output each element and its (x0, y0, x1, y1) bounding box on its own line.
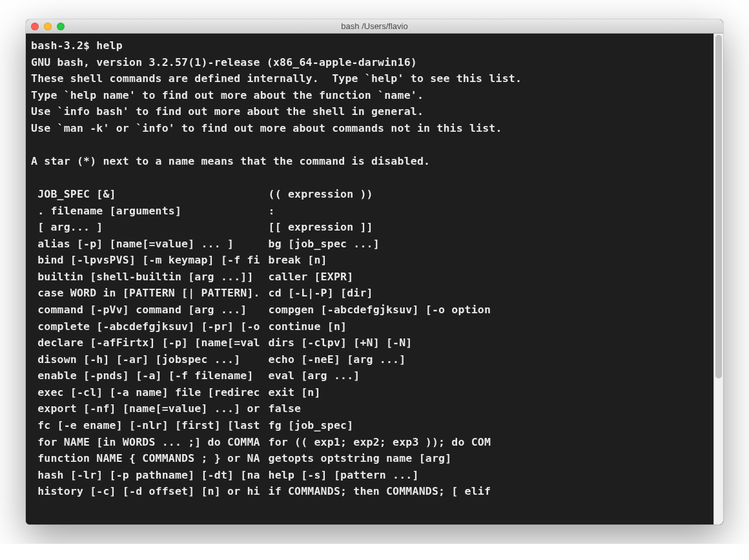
help-left-col: disown [-h] [-ar] [jobspec ...] (31, 351, 269, 368)
help-left-col: export [-nf] [name[=value] ...] or (31, 400, 269, 417)
help-right-col: fg [job_spec] (269, 417, 354, 434)
help-left-col: case WORD in [PATTERN [| PATTERN]. (31, 285, 269, 302)
help-left-col: function NAME { COMMANDS ; } or NA (31, 450, 269, 467)
help-row: . filename [arguments]: (31, 203, 718, 220)
help-right-col: : (269, 203, 275, 220)
help-right-col: exit [n] (269, 384, 321, 401)
help-row: exec [-cl] [-a name] file [redirecexit [… (31, 384, 718, 401)
help-left-col: [ arg... ] (31, 219, 269, 236)
vertical-scrollbar[interactable] (713, 34, 723, 524)
help-row: function NAME { COMMANDS ; } or NAgetopt… (31, 450, 718, 467)
output-line: A star (*) next to a name means that the… (31, 153, 718, 170)
help-left-col: declare [-afFirtx] [-p] [name[=val (31, 335, 269, 351)
help-row: [ arg... ][[ expression ]] (31, 219, 718, 236)
help-left-col: JOB_SPEC [&] (31, 186, 269, 203)
help-row: case WORD in [PATTERN [| PATTERN].cd [-L… (31, 285, 718, 302)
help-left-col: . filename [arguments] (31, 203, 269, 220)
help-command-list: JOB_SPEC [&](( expression )) . filename … (31, 186, 718, 500)
maximize-button[interactable] (57, 23, 65, 30)
help-right-col: bg [job_spec ...] (269, 236, 380, 253)
help-row: JOB_SPEC [&](( expression )) (31, 186, 718, 203)
help-row: disown [-h] [-ar] [jobspec ...]echo [-ne… (31, 351, 718, 368)
help-left-col: fc [-e ename] [-nlr] [first] [last (31, 417, 269, 434)
help-left-col: hash [-lr] [-p pathname] [-dt] [na (31, 467, 269, 484)
help-right-col: help [-s] [pattern ...] (269, 467, 419, 484)
help-left-col: history [-c] [-d offset] [n] or hi (31, 483, 269, 500)
help-row: fc [-e ename] [-nlr] [first] [lastfg [jo… (31, 417, 718, 434)
help-row: bind [-lpvsPVS] [-m keymap] [-f fibreak … (31, 252, 718, 269)
help-left-col: command [-pVv] command [arg ...] (31, 302, 269, 318)
help-right-col: getopts optstring name [arg] (269, 450, 452, 467)
help-left-col: complete [-abcdefgjksuv] [-pr] [-o (31, 318, 269, 335)
help-row: for NAME [in WORDS ... ;] do COMMAfor ((… (31, 434, 718, 451)
help-left-col: builtin [shell-builtin [arg ...]] (31, 269, 269, 285)
entered-command: help (96, 39, 123, 52)
prompt-line: bash-3.2$ help (31, 37, 718, 54)
help-right-col: eval [arg ...] (269, 368, 360, 384)
help-right-col: echo [-neE] [arg ...] (269, 351, 406, 368)
output-line (31, 170, 718, 187)
help-left-col: exec [-cl] [-a name] file [redirec (31, 384, 269, 401)
output-line: GNU bash, version 3.2.57(1)-release (x86… (31, 54, 718, 71)
help-left-col: alias [-p] [name[=value] ... ] (31, 236, 269, 253)
help-row: enable [-pnds] [-a] [-f filename]eval [a… (31, 368, 718, 384)
help-row: history [-c] [-d offset] [n] or hiif COM… (31, 483, 718, 500)
help-right-col: compgen [-abcdefgjksuv] [-o option (269, 302, 491, 318)
output-line: These shell commands are defined interna… (31, 70, 718, 87)
help-right-col: caller [EXPR] (269, 269, 354, 285)
help-left-col: for NAME [in WORDS ... ;] do COMMA (31, 434, 269, 451)
help-row: alias [-p] [name[=value] ... ]bg [job_sp… (31, 236, 718, 253)
traffic-lights (31, 23, 65, 30)
help-left-col: bind [-lpvsPVS] [-m keymap] [-f fi (31, 252, 269, 269)
help-row: declare [-afFirtx] [-p] [name[=valdirs [… (31, 335, 718, 351)
output-line: Use `man -k' or `info' to find out more … (31, 120, 718, 137)
help-right-col: if COMMANDS; then COMMANDS; [ elif (269, 483, 491, 500)
help-row: complete [-abcdefgjksuv] [-pr] [-ocontin… (31, 318, 718, 335)
help-row: export [-nf] [name[=value] ...] orfalse (31, 400, 718, 417)
output-line (31, 136, 718, 153)
help-right-col: for (( exp1; exp2; exp3 )); do COM (269, 434, 491, 451)
window-titlebar[interactable]: bash /Users/flavio (26, 19, 723, 34)
help-right-col: cd [-L|-P] [dir] (269, 285, 373, 302)
terminal-window: bash /Users/flavio bash-3.2$ help GNU ba… (26, 19, 723, 524)
help-right-col: (( expression )) (269, 186, 373, 203)
help-right-col: false (269, 400, 302, 417)
terminal-body[interactable]: bash-3.2$ help GNU bash, version 3.2.57(… (26, 34, 723, 524)
output-line: Use `info bash' to find out more about t… (31, 103, 718, 120)
help-right-col: [[ expression ]] (269, 219, 373, 236)
help-left-col: enable [-pnds] [-a] [-f filename] (31, 368, 269, 384)
minimize-button[interactable] (44, 23, 52, 30)
shell-prompt: bash-3.2$ (31, 39, 96, 52)
close-button[interactable] (31, 23, 39, 30)
output-line: Type `help name' to find out more about … (31, 87, 718, 104)
scrollbar-thumb[interactable] (715, 35, 722, 379)
help-row: builtin [shell-builtin [arg ...]]caller … (31, 269, 718, 285)
help-row: command [-pVv] command [arg ...]compgen … (31, 302, 718, 318)
help-right-col: dirs [-clpv] [+N] [-N] (269, 335, 413, 351)
help-right-col: continue [n] (269, 318, 347, 335)
window-title: bash /Users/flavio (26, 21, 723, 31)
help-right-col: break [n] (269, 252, 327, 269)
help-row: hash [-lr] [-p pathname] [-dt] [nahelp [… (31, 467, 718, 484)
output-header: GNU bash, version 3.2.57(1)-release (x86… (31, 54, 718, 187)
